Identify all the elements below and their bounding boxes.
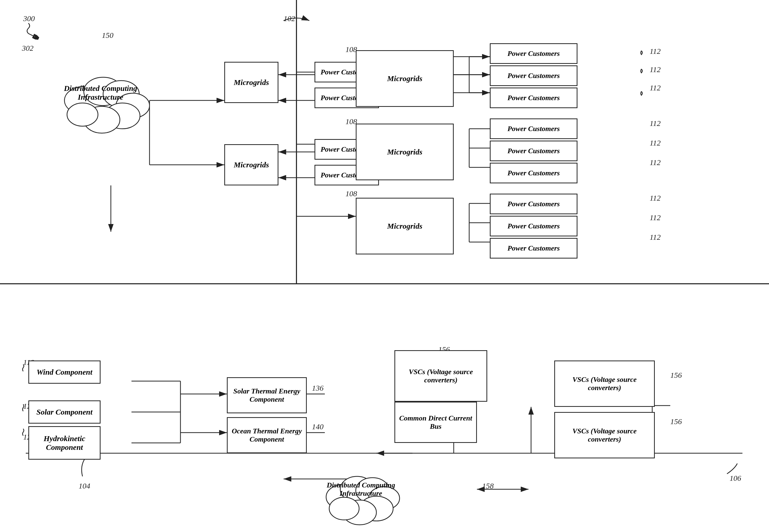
pc-right-2a: Power Customers bbox=[490, 118, 578, 139]
ref-112-7: 112 bbox=[650, 194, 661, 202]
cloud-top: Distributed Computing Infrastructure bbox=[52, 49, 149, 136]
ref-108c-label: 108 bbox=[345, 189, 357, 198]
common-dc-bus-box: Common Direct Current Bus bbox=[394, 402, 477, 443]
wind-component-box: Wind Component bbox=[28, 361, 100, 384]
ref-140-label: 140 bbox=[312, 422, 324, 431]
section-divider bbox=[0, 283, 769, 284]
cloud-bottom: Distributed Computing Infrastructure bbox=[317, 453, 405, 525]
pc-right-3a: Power Customers bbox=[490, 194, 578, 214]
pc-right-2b: Power Customers bbox=[490, 141, 578, 161]
ref-112-8: 112 bbox=[650, 213, 661, 222]
ref-106-label: 106 bbox=[730, 474, 741, 483]
vsc-right-1-box: VSCs (Voltage source converters) bbox=[554, 361, 655, 407]
cloud-top-label: Distributed Computing Infrastructure bbox=[52, 81, 149, 104]
microgrids-right-2: Microgrids bbox=[356, 124, 454, 180]
hydrokinetic-component-box: Hydrokinetic Component bbox=[28, 426, 100, 460]
ref-136-label: 136 bbox=[312, 384, 324, 392]
ref-102-label: 102 bbox=[284, 14, 295, 23]
svg-point-61 bbox=[329, 497, 359, 520]
svg-point-54 bbox=[67, 103, 98, 126]
ref-108a-label: 108 bbox=[345, 45, 357, 54]
solar-component-box: Solar Component bbox=[28, 400, 100, 424]
cloud-bottom-label: Distributed Computing Infrastructure bbox=[317, 478, 405, 500]
microgrids-right-1: Microgrids bbox=[356, 50, 454, 107]
ref-112-4: 112 bbox=[650, 119, 661, 128]
vsc-right-2-box: VSCs (Voltage source converters) bbox=[554, 412, 655, 458]
microgrids-topleft-1: Microgrids bbox=[224, 62, 279, 103]
ref-108b-label: 108 bbox=[345, 117, 357, 126]
ref-104-label: 104 bbox=[79, 482, 90, 490]
ref-302-top-label: 302 bbox=[22, 44, 33, 53]
pc-right-3b: Power Customers bbox=[490, 216, 578, 236]
ref-150-top-label: 150 bbox=[102, 31, 113, 40]
ref-112-5: 112 bbox=[650, 139, 661, 147]
ref-112-9: 112 bbox=[650, 233, 661, 242]
pc-right-1a: Power Customers bbox=[490, 43, 578, 64]
ref-156-right1-label: 156 bbox=[670, 371, 682, 380]
ref-158-label: 158 bbox=[482, 482, 494, 490]
pc-right-1b: Power Customers bbox=[490, 65, 578, 86]
ref-156-right2-label: 156 bbox=[670, 417, 682, 426]
vsc-center-box: VSCs (Voltage source converters) bbox=[394, 350, 487, 402]
vertical-divider bbox=[296, 0, 297, 283]
microgrids-right-3: Microgrids bbox=[356, 198, 454, 254]
pc-right-2c: Power Customers bbox=[490, 163, 578, 183]
pc-right-1c: Power Customers bbox=[490, 88, 578, 108]
ocean-thermal-box: Ocean Thermal Energy Component bbox=[227, 417, 307, 453]
solar-thermal-box: Solar Thermal Energy Component bbox=[227, 377, 307, 413]
pc-right-3c: Power Customers bbox=[490, 238, 578, 259]
ref-112-6: 112 bbox=[650, 158, 661, 167]
microgrids-topleft-2: Microgrids bbox=[224, 144, 279, 185]
